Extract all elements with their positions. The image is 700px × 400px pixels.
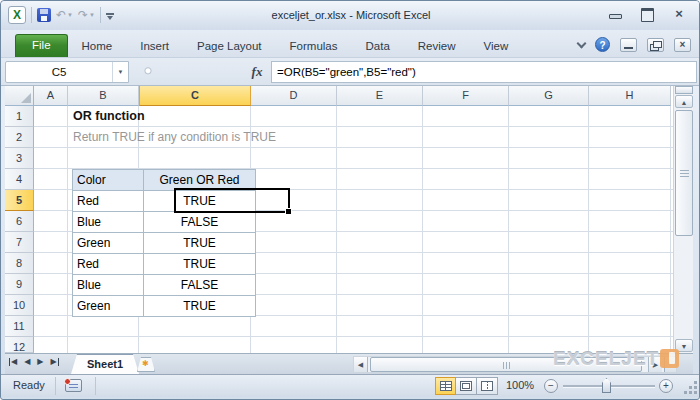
table-cell-color[interactable]: Blue: [73, 212, 144, 233]
row-header[interactable]: 4: [5, 169, 34, 190]
status-mode: Ready: [13, 379, 45, 391]
normal-view-button[interactable]: [435, 377, 456, 395]
ribbon-tab[interactable]: Page Layout: [183, 36, 276, 57]
redo-icon[interactable]: ↷▼: [78, 8, 95, 22]
table-cell-color[interactable]: Red: [73, 191, 144, 212]
maximize-window-button[interactable]: [639, 7, 655, 20]
customize-quick-access-toolbar-icon[interactable]: [106, 10, 114, 20]
name-box-value[interactable]: C5: [6, 62, 112, 82]
column-header[interactable]: C: [139, 86, 251, 106]
select-all-button[interactable]: [5, 86, 34, 106]
table-cell-color[interactable]: Blue: [73, 275, 144, 296]
ribbon-tab[interactable]: Insert: [126, 36, 183, 57]
minimize-window-button[interactable]: [607, 7, 623, 20]
horizontal-split-handle[interactable]: [664, 357, 676, 372]
close-window-button[interactable]: ×: [671, 7, 687, 20]
help-icon[interactable]: ?: [595, 37, 610, 52]
window-resize-grip[interactable]: [684, 381, 698, 395]
formula-bar-grip[interactable]: [144, 66, 152, 78]
row-header[interactable]: 1: [5, 106, 34, 127]
ribbon-tab[interactable]: View: [470, 36, 523, 57]
macro-record-icon[interactable]: [65, 379, 82, 392]
next-sheet-icon[interactable]: ▶: [37, 357, 43, 366]
column-header[interactable]: A: [34, 86, 68, 106]
sheet-tab-sheet1[interactable]: Sheet1: [71, 354, 139, 374]
zoom-out-icon[interactable]: −: [544, 379, 558, 393]
undo-dropdown-icon[interactable]: ▼: [67, 12, 73, 18]
minimize-workbook-button[interactable]: [620, 38, 637, 52]
horizontal-scrollbar-thumb[interactable]: [370, 357, 642, 372]
selected-cell-border[interactable]: [174, 188, 290, 213]
divider: [55, 377, 56, 395]
zoom-slider-handle[interactable]: [602, 378, 611, 393]
window-controls: ×: [607, 7, 687, 20]
table-cell-color[interactable]: Red: [73, 254, 144, 275]
table-cell-result[interactable]: TRUE: [144, 296, 256, 317]
close-workbook-button[interactable]: ×: [674, 38, 691, 52]
ribbon-tab[interactable]: Review: [404, 36, 470, 57]
ribbon-tab[interactable]: Data: [352, 36, 404, 57]
page-layout-view-button[interactable]: [456, 377, 477, 395]
scroll-right-icon[interactable]: ▶: [648, 357, 662, 372]
page-break-preview-button[interactable]: [477, 377, 498, 395]
horizontal-scrollbar[interactable]: ◀ ▶: [353, 356, 677, 373]
first-sheet-icon[interactable]: ◀: [9, 357, 17, 366]
table-cell-color[interactable]: Green: [73, 233, 144, 254]
table-cell-result[interactable]: TRUE: [144, 233, 256, 254]
save-icon[interactable]: [37, 8, 51, 22]
name-box-dropdown-icon[interactable]: ▼: [112, 62, 128, 82]
excel-window: exceljet_or.xlsx - Microsoft Excel X ↶▼ …: [0, 0, 700, 400]
table-row: Blue FALSE: [73, 275, 256, 296]
zoom-in-icon[interactable]: +: [659, 379, 673, 393]
vertical-split-handle[interactable]: [675, 86, 693, 94]
restore-workbook-button[interactable]: [647, 38, 664, 52]
insert-function-icon[interactable]: fx: [244, 62, 270, 82]
ribbon-tab-label: Home: [82, 40, 113, 52]
previous-sheet-icon[interactable]: ◀: [24, 357, 30, 366]
ribbon-tab[interactable]: Formulas: [276, 36, 352, 57]
table-cell-color[interactable]: Green: [73, 296, 144, 317]
row-header[interactable]: 9: [5, 274, 34, 295]
ribbon-tab[interactable]: Home: [68, 36, 127, 57]
row-header[interactable]: 2: [5, 127, 34, 148]
vertical-scrollbar-thumb[interactable]: [675, 110, 693, 236]
row-header[interactable]: 7: [5, 232, 34, 253]
formula-input[interactable]: =OR(B5="green",B5="red"): [271, 61, 697, 83]
grid[interactable]: OR function Return TRUE if any condition…: [34, 106, 673, 353]
expand-ribbon-icon[interactable]: [577, 38, 587, 48]
scroll-left-icon[interactable]: ◀: [354, 357, 368, 372]
scroll-down-icon[interactable]: ▼: [675, 339, 693, 352]
row-header[interactable]: 3: [5, 148, 34, 169]
excel-logo-icon[interactable]: X: [8, 6, 26, 24]
scroll-up-icon[interactable]: ▲: [675, 95, 693, 108]
insert-worksheet-icon[interactable]: [137, 357, 155, 372]
redo-dropdown-icon[interactable]: ▼: [89, 12, 95, 18]
ribbon-right-controls: ? ×: [578, 37, 691, 52]
table-cell-result[interactable]: FALSE: [144, 212, 256, 233]
column-header[interactable]: B: [68, 86, 139, 106]
row-header[interactable]: 12: [5, 337, 34, 353]
row-header[interactable]: 8: [5, 253, 34, 274]
column-header[interactable]: H: [589, 86, 671, 106]
row-header[interactable]: 10: [5, 295, 34, 316]
column-header[interactable]: E: [337, 86, 423, 106]
column-header[interactable]: D: [251, 86, 337, 106]
vertical-scrollbar[interactable]: ▲ ▼: [673, 86, 693, 353]
cell-b2[interactable]: Return TRUE if any condition is TRUE: [73, 127, 276, 148]
table-cell-result[interactable]: TRUE: [144, 254, 256, 275]
row-header[interactable]: 11: [5, 316, 34, 337]
status-bar: Ready 100% − +: [1, 374, 700, 397]
table-header-color[interactable]: Color: [73, 170, 144, 191]
undo-icon[interactable]: ↶▼: [56, 8, 73, 22]
table-cell-result[interactable]: FALSE: [144, 275, 256, 296]
row-header[interactable]: 6: [5, 211, 34, 232]
row-header[interactable]: 5: [5, 190, 34, 211]
ribbon-tab-label: Formulas: [290, 40, 338, 52]
last-sheet-icon[interactable]: ▶: [50, 357, 58, 366]
name-box[interactable]: C5 ▼: [5, 61, 129, 83]
ribbon-tab[interactable]: File: [15, 34, 68, 57]
column-header[interactable]: G: [509, 86, 589, 106]
column-header[interactable]: F: [423, 86, 509, 106]
cell-b1[interactable]: OR function: [73, 106, 145, 127]
zoom-level[interactable]: 100%: [506, 379, 534, 391]
